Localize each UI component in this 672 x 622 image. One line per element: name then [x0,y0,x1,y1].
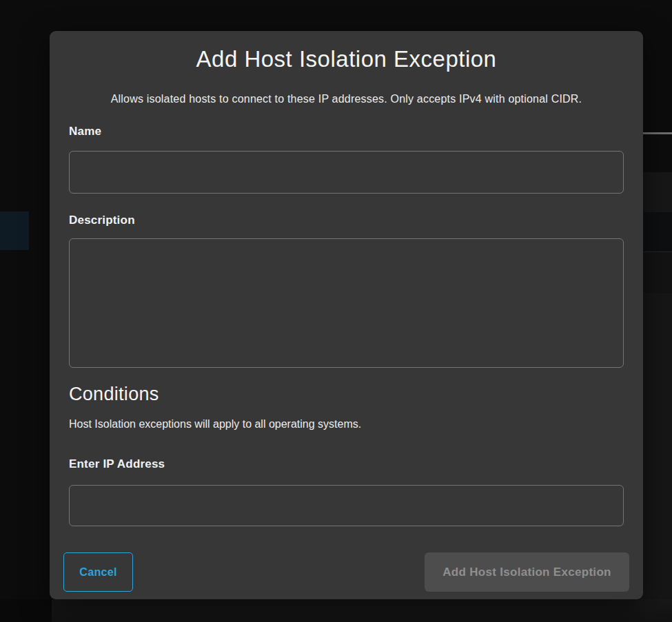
background-page-bottom [0,599,672,622]
description-input[interactable] [69,238,624,368]
cancel-button[interactable]: Cancel [63,552,133,592]
name-input[interactable] [69,151,624,194]
conditions-note: Host Isolation exceptions will apply to … [69,417,624,431]
add-host-isolation-exception-modal: Add Host Isolation Exception Allows isol… [50,31,643,599]
name-label: Name [69,125,624,138]
background-sidebar-strip [0,599,52,622]
add-host-isolation-exception-button[interactable]: Add Host Isolation Exception [425,552,629,592]
conditions-heading: Conditions [69,383,624,405]
background-highlight-block [0,211,29,250]
ip-address-input[interactable] [69,485,624,526]
modal-title: Add Host Isolation Exception [69,46,624,72]
modal-subtitle: Allows isolated hosts to connect to thes… [69,92,624,107]
description-label: Description [69,214,624,227]
ip-address-label: Enter IP Address [69,457,624,471]
modal-footer: Cancel Add Host Isolation Exception [63,552,629,592]
